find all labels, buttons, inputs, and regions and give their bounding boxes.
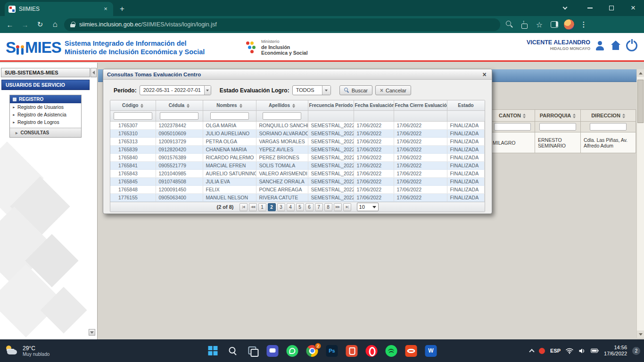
- wifi-icon[interactable]: [566, 348, 573, 354]
- dropdown-chevron-icon[interactable]: [204, 86, 211, 95]
- table-row[interactable]: 17653131200913729PETRA OLGAVARGAS MORALE…: [110, 138, 485, 146]
- column-header[interactable]: Apellidos: [256, 100, 308, 111]
- table-row[interactable]: 17653100905010609JULIO AURELIANOSORIANO …: [110, 130, 485, 138]
- column-filter-input[interactable]: [114, 112, 152, 120]
- browser-tab[interactable]: SIIMIES: [5, 2, 113, 16]
- first-page-button[interactable]: [239, 203, 248, 211]
- java-icon[interactable]: [346, 345, 358, 357]
- tray-chevron-icon[interactable]: [529, 349, 534, 354]
- opera-icon[interactable]: [366, 345, 378, 357]
- sort-icon[interactable]: [239, 104, 242, 108]
- table-row[interactable]: 17658410905521779MARCIAL EFRENSOLIS TOMA…: [110, 162, 485, 170]
- sidebar-section-usuarios[interactable]: USUARIOS DE SERVICIO: [1, 80, 90, 90]
- start-icon[interactable]: [207, 345, 219, 357]
- column-filter-input[interactable]: [494, 123, 531, 131]
- spotify-icon[interactable]: [386, 345, 397, 357]
- table-row[interactable]: 17658390912820420CHANENA MARIAYEPEZ AVIL…: [110, 146, 485, 154]
- table-row[interactable]: 17658431201040985AURELIO SATURNINOVALERO…: [110, 170, 485, 178]
- column-header[interactable]: PARROQUIA: [535, 110, 581, 122]
- back-button[interactable]: [4, 18, 16, 31]
- taskbar-weather[interactable]: 29°C Muy nublado: [5, 339, 50, 362]
- tray-app-icon[interactable]: [539, 348, 545, 354]
- sidebar-item[interactable]: ►Registro de Asistencia: [10, 111, 81, 118]
- sort-icon[interactable]: [523, 114, 526, 118]
- teams-icon[interactable]: [267, 345, 279, 357]
- app-home-icon[interactable]: [610, 41, 621, 51]
- language-indicator[interactable]: ESP: [550, 348, 561, 354]
- cancelar-button[interactable]: Cancelar: [375, 85, 411, 95]
- column-header[interactable]: Nombres: [203, 100, 256, 111]
- column-header[interactable]: Código: [110, 100, 156, 111]
- table-row[interactable]: 17653071202378442OLGA MARIARONQUILLO SAN…: [110, 122, 485, 130]
- table-row[interactable]: 17658481200091450FELIXPONCE ARREAGASEMES…: [110, 186, 485, 194]
- registro-header[interactable]: REGISTRO: [10, 95, 81, 103]
- new-tab-button[interactable]: [116, 3, 128, 15]
- rows-per-page-dropdown[interactable]: 10: [357, 203, 379, 211]
- page-button[interactable]: 6: [305, 203, 314, 211]
- sidebar-scroll-down-icon[interactable]: [89, 329, 95, 336]
- page-button[interactable]: 4: [287, 203, 295, 211]
- sort-icon[interactable]: [622, 114, 625, 118]
- scroll-up-icon[interactable]: [637, 69, 644, 77]
- previous-page-button[interactable]: [249, 203, 257, 211]
- sidebar-item[interactable]: ►Registro de Usuarios: [10, 103, 81, 111]
- window-close-button[interactable]: [622, 0, 644, 16]
- sidebar-item-consultas[interactable]: CONSULTAS: [10, 128, 81, 137]
- modal-close-icon[interactable]: [481, 71, 488, 78]
- chrome-icon[interactable]: 2: [306, 345, 318, 357]
- address-bar[interactable]: siimies.inclusion.gob.ec/SIIMIES/vistas/…: [64, 18, 500, 31]
- column-filter-input[interactable]: [263, 112, 301, 120]
- page-button[interactable]: 1: [258, 203, 266, 211]
- minimize-button[interactable]: [579, 0, 601, 16]
- home-button[interactable]: [49, 18, 61, 31]
- whatsapp-icon[interactable]: [287, 345, 298, 357]
- table-row[interactable]: 17658400901576389RICARDO PALERMOPEREZ BR…: [110, 154, 485, 162]
- lock-icon[interactable]: [70, 22, 75, 27]
- browser-menu-icon[interactable]: [578, 18, 590, 31]
- sidebar-collapse-icon[interactable]: [91, 68, 97, 77]
- tab-search-chevron-icon[interactable]: [563, 5, 568, 10]
- periodo-dropdown[interactable]: 2022-05-31 - 2022-07-01: [140, 85, 211, 95]
- word-icon[interactable]: [425, 345, 437, 357]
- column-filter-input[interactable]: [210, 112, 249, 120]
- last-page-button[interactable]: [343, 203, 351, 211]
- modal-titlebar[interactable]: Consultas Tomas Evaluación Centro: [103, 69, 492, 80]
- column-filter-input[interactable]: [160, 112, 198, 120]
- table-row[interactable]: 17658450910748508JULIA EVASANCHEZ ORRALA…: [110, 178, 485, 186]
- next-page-button[interactable]: [334, 203, 342, 211]
- profile-avatar[interactable]: [563, 19, 575, 30]
- logout-power-icon[interactable]: [626, 40, 637, 51]
- scrollbar-thumb[interactable]: [637, 80, 644, 123]
- dropdown-chevron-icon[interactable]: [322, 86, 330, 95]
- taskview-icon[interactable]: [247, 345, 259, 357]
- volume-icon[interactable]: [578, 348, 586, 354]
- sort-icon[interactable]: [292, 104, 295, 108]
- sort-icon[interactable]: [140, 104, 143, 108]
- photoshop-icon[interactable]: [326, 345, 338, 357]
- column-filter-input[interactable]: [590, 123, 627, 131]
- maximize-button[interactable]: [601, 0, 622, 16]
- search-icon[interactable]: [227, 345, 239, 357]
- taskbar-clock[interactable]: 14:56 17/6/2022: [604, 345, 627, 357]
- page-button[interactable]: 5: [296, 203, 304, 211]
- sidebar-item[interactable]: ►Registro de Logros: [10, 118, 81, 126]
- page-scrollbar[interactable]: [636, 69, 644, 338]
- page-button[interactable]: 7: [315, 203, 323, 211]
- battery-icon[interactable]: [591, 348, 599, 353]
- side-panel-icon[interactable]: [548, 18, 561, 31]
- sort-icon[interactable]: [187, 104, 190, 108]
- bookmark-star-icon[interactable]: [533, 18, 545, 31]
- sort-icon[interactable]: [573, 114, 576, 118]
- table-row[interactable]: 17761550905063400MANUEL NELSONRIVERA CAT…: [110, 194, 485, 202]
- oracle-icon[interactable]: [405, 345, 417, 357]
- buscar-button[interactable]: Buscar: [339, 85, 372, 95]
- notification-count-badge[interactable]: 2: [632, 347, 640, 355]
- page-button[interactable]: 8: [324, 203, 332, 211]
- scroll-down-icon[interactable]: [637, 330, 644, 338]
- column-header[interactable]: DIRECCION: [581, 110, 636, 122]
- tab-close-icon[interactable]: [102, 5, 109, 13]
- estado-dropdown[interactable]: TODOS: [292, 85, 331, 95]
- zoom-icon[interactable]: [503, 18, 515, 31]
- share-icon[interactable]: [518, 18, 530, 31]
- column-filter-input[interactable]: [539, 123, 576, 131]
